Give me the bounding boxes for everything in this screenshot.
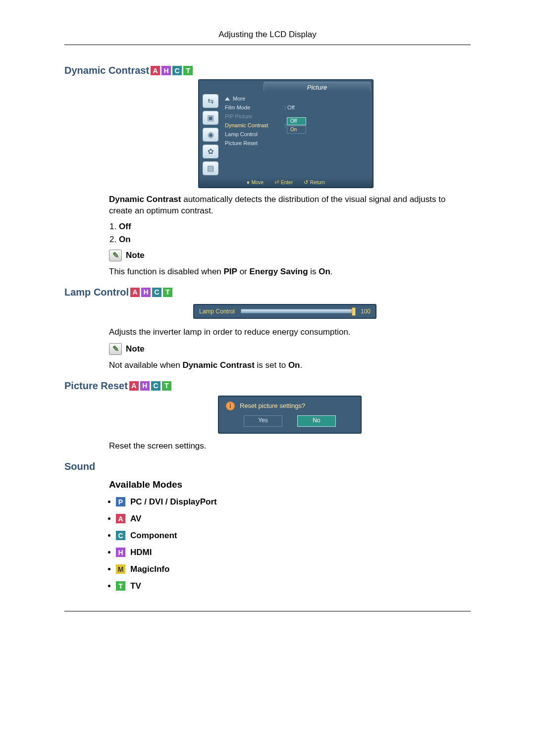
mode-badge-t-icon: T [163,288,172,297]
lamp-bar-label: Lamp Control [199,308,235,315]
picture-reset-heading-text: Picture Reset [64,380,128,392]
bullet-icon [108,501,110,503]
note-text-lamp: Not available when Dynamic Contrast is s… [109,360,471,371]
dynamic-contrast-description: Dynamic Contrast automatically detects t… [109,194,471,217]
osd-sidebar-picture-icon[interactable]: ▣ [203,111,218,125]
lamp-control-heading: Lamp Control A H C T [64,287,471,298]
up-arrow-icon [225,97,230,101]
mode-tv: T TV [108,581,471,591]
osd-option-on[interactable]: On [287,126,306,134]
info-icon: i [226,402,235,410]
mode-component: C Component [108,531,471,541]
dynamic-contrast-options: Off On [119,222,471,245]
mode-badge-a-icon: A [130,288,140,297]
osd-row-more[interactable]: More [225,94,369,103]
available-modes-list: P PC / DVI / DisplayPort A AV C Componen… [108,497,471,591]
reset-dialog: i Reset picture settings? Yes No [218,396,362,434]
mode-hdmi: H HDMI [108,548,471,557]
mode-badge-t-icon: T [116,581,125,591]
mode-badge-h-icon: H [116,548,125,557]
lamp-slider[interactable] [241,309,355,313]
osd-sidebar-setup-icon[interactable]: ✿ [203,145,218,158]
lamp-control-heading-text: Lamp Control [64,287,129,298]
mode-pc: P PC / DVI / DisplayPort [108,497,471,507]
dynamic-contrast-heading: Dynamic Contrast A H C T [64,65,471,76]
picture-reset-heading: Picture Reset A H C T [64,380,471,392]
mode-badge-p-icon: P [116,497,125,506]
lamp-bar-value: 100 [361,308,371,315]
bullet-icon [108,568,110,570]
sound-heading: Sound [64,461,471,472]
note-icon: ✎ [109,250,122,261]
note-row-lamp: ✎ Note [109,343,471,355]
mode-badge-a-icon: A [129,381,139,391]
reset-dialog-text: Reset picture settings? [240,402,305,409]
lamp-slider-handle[interactable] [352,307,356,316]
available-modes-heading: Available Modes [109,479,471,490]
bullet-icon [108,517,110,520]
osd-sidebar-multi-icon[interactable]: ▤ [203,161,218,175]
mode-badge-a-icon: A [116,514,125,523]
page-header-title: Adjusting the LCD Display [64,30,471,40]
move-icon: ♦ [247,179,250,185]
osd-sidebar-sound-icon[interactable]: ◉ [203,128,218,142]
lamp-control-description: Adjusts the inverter lamp in order to re… [109,327,471,338]
mode-magicinfo: M MagicInfo [108,564,471,574]
bullet-icon [108,534,110,537]
osd-footer: ♦Move ⏎Enter ↺Return [199,177,373,187]
osd-sidebar-input-icon[interactable]: ⇆ [203,94,218,108]
note-row-dc: ✎ Note [109,250,471,261]
mode-badge-a-icon: A [151,66,160,75]
mode-badge-c-icon: C [116,531,125,540]
mode-av: A AV [108,514,471,524]
reset-yes-button[interactable]: Yes [244,415,282,427]
mode-badge-h-icon: H [141,288,151,297]
osd-option-off[interactable]: Off [287,117,306,125]
reset-no-button[interactable]: No [297,415,336,427]
mode-badge-m-icon: M [116,564,125,574]
osd-row-dynamic-contrast[interactable]: Dynamic Contrast : Off On [225,121,369,130]
note-text-dc: This function is disabled when PIP or En… [109,266,471,278]
osd-title: Picture [264,82,371,91]
enter-icon: ⏎ [274,179,279,186]
mode-badge-c-icon: C [172,66,182,75]
option-on: On [119,235,471,245]
osd-row-film-mode[interactable]: Film Mode : Off [225,103,369,112]
osd-row-picture-reset[interactable]: Picture Reset [225,139,369,148]
picture-reset-description: Reset the screen settings. [109,441,471,452]
sound-heading-text: Sound [64,461,95,472]
option-off: Off [119,222,471,232]
mode-badge-h-icon: H [140,381,150,391]
mode-badge-t-icon: T [183,66,193,75]
dynamic-contrast-heading-text: Dynamic Contrast [64,65,149,76]
bullet-icon [108,551,110,554]
footer-divider [64,611,471,611]
note-icon: ✎ [109,343,122,355]
mode-badge-t-icon: T [162,381,171,391]
return-icon: ↺ [304,179,308,186]
mode-badge-h-icon: H [161,66,171,75]
mode-badge-c-icon: C [151,381,160,391]
bullet-icon [108,585,110,587]
osd-picture-menu: Picture ⇆ ▣ ◉ ✿ ▤ More Film Mode : Off [198,79,374,188]
header-divider [64,45,471,45]
lamp-control-bar: Lamp Control 100 [193,304,376,319]
mode-badge-c-icon: C [152,288,161,297]
